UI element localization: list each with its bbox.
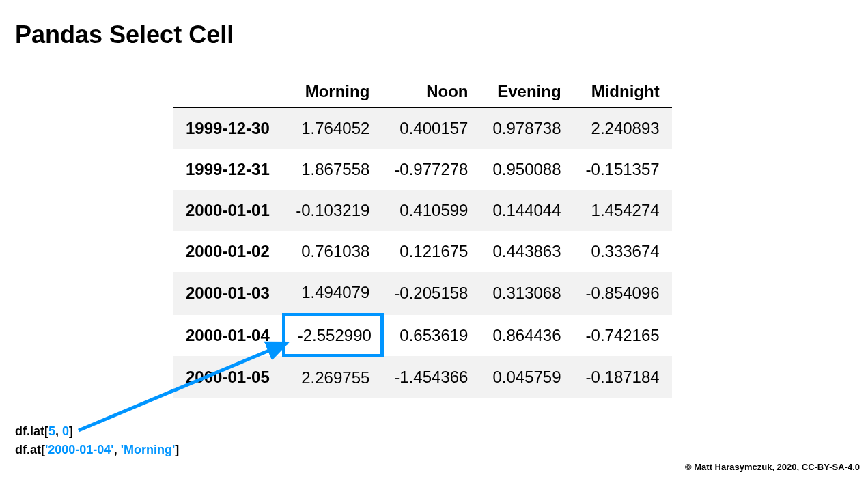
data-cell: 0.864436: [480, 315, 573, 356]
data-cell: 0.045759: [480, 356, 573, 399]
copyright-notice: © Matt Harasymczuk, 2020, CC-BY-SA-4.0: [685, 462, 860, 472]
data-cell: 2.269755: [283, 356, 382, 399]
row-index: 2000-01-05: [173, 356, 283, 399]
data-cell: -0.187184: [574, 356, 672, 399]
data-cell: -1.454366: [382, 356, 480, 399]
data-cell: 1.454274: [574, 190, 672, 231]
table-row: 2000-01-020.7610380.1216750.4438630.3336…: [173, 231, 672, 272]
data-cell: 1.494079: [283, 272, 382, 315]
column-header: Midnight: [574, 77, 672, 107]
column-header: Evening: [480, 77, 573, 107]
data-cell: 1.867558: [283, 149, 382, 190]
data-cell: -2.552990: [283, 315, 382, 356]
data-cell: -0.103219: [283, 190, 382, 231]
column-header: Noon: [382, 77, 480, 107]
page-title: Pandas Select Cell: [15, 20, 234, 49]
table-row: 2000-01-01-0.1032190.4105990.1440441.454…: [173, 190, 672, 231]
data-cell: 0.978738: [480, 107, 573, 149]
column-header: Morning: [283, 77, 382, 107]
data-cell: -0.854096: [574, 272, 672, 315]
data-table: MorningNoonEveningMidnight 1999-12-301.7…: [173, 77, 672, 398]
table-row: 1999-12-301.7640520.4001570.9787382.2408…: [173, 107, 672, 149]
row-index: 2000-01-01: [173, 190, 283, 231]
data-cell: 0.950088: [480, 149, 573, 190]
code-line-at: df.at['2000-01-04', 'Morning']: [15, 441, 179, 459]
table-row: 2000-01-04-2.5529900.6536190.864436-0.74…: [173, 315, 672, 356]
data-cell: 0.653619: [382, 315, 480, 356]
data-cell: -0.205158: [382, 272, 480, 315]
table-header-row: MorningNoonEveningMidnight: [173, 77, 672, 107]
row-index: 1999-12-30: [173, 107, 283, 149]
code-line-iat: df.iat[5, 0]: [15, 422, 179, 441]
data-cell: 0.443863: [480, 231, 573, 272]
data-cell: -0.977278: [382, 149, 480, 190]
table-row: 2000-01-031.494079-0.2051580.313068-0.85…: [173, 272, 672, 315]
row-index: 2000-01-04: [173, 315, 283, 356]
table-row: 2000-01-052.269755-1.4543660.045759-0.18…: [173, 356, 672, 399]
row-index: 2000-01-02: [173, 231, 283, 272]
row-index: 2000-01-03: [173, 272, 283, 315]
data-cell: -0.742165: [574, 315, 672, 356]
data-cell: 0.400157: [382, 107, 480, 149]
column-header: [173, 77, 283, 107]
code-examples: df.iat[5, 0] df.at['2000-01-04', 'Mornin…: [15, 422, 179, 459]
data-cell: 0.144044: [480, 190, 573, 231]
table-row: 1999-12-311.867558-0.9772780.950088-0.15…: [173, 149, 672, 190]
data-table-wrap: MorningNoonEveningMidnight 1999-12-301.7…: [173, 77, 672, 398]
data-cell: 2.240893: [574, 107, 672, 149]
data-cell: 0.410599: [382, 190, 480, 231]
data-cell: 0.761038: [283, 231, 382, 272]
data-cell: 0.313068: [480, 272, 573, 315]
data-cell: 0.121675: [382, 231, 480, 272]
row-index: 1999-12-31: [173, 149, 283, 190]
data-cell: -0.151357: [574, 149, 672, 190]
data-cell: 1.764052: [283, 107, 382, 149]
data-cell: 0.333674: [574, 231, 672, 272]
